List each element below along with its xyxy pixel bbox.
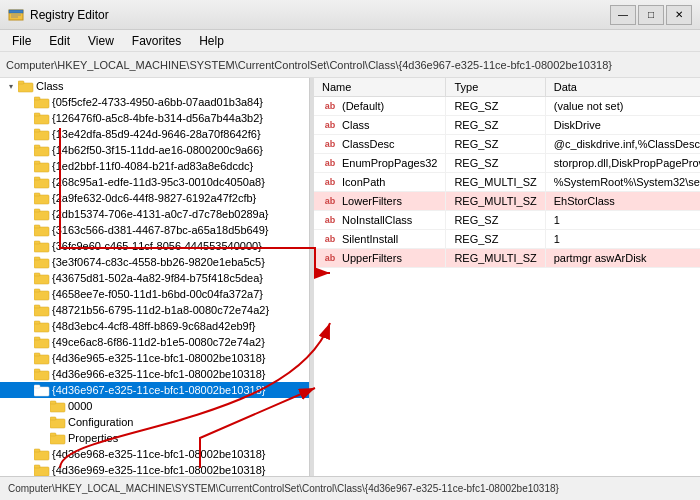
tree-item-label: {4d36e965-e325-11ce-bfc1-08002be10318} xyxy=(52,352,265,364)
svg-rect-15 xyxy=(34,161,40,164)
svg-rect-37 xyxy=(34,337,40,340)
svg-rect-11 xyxy=(34,129,40,132)
reg-type-cell: REG_SZ xyxy=(446,116,545,135)
svg-rect-38 xyxy=(34,355,49,364)
minimize-button[interactable]: — xyxy=(610,5,636,25)
table-row[interactable]: abNoInstallClassREG_SZ1 xyxy=(314,211,700,230)
folder-icon xyxy=(18,79,34,93)
tree-item[interactable]: {48721b56-6795-11d2-b1a8-0080c72e74a2} xyxy=(0,302,309,318)
tree-arrow xyxy=(20,271,34,285)
tree-item[interactable]: {49ce6ac8-6f86-11d2-b1e5-0080c72e74a2} xyxy=(0,334,309,350)
svg-rect-35 xyxy=(34,321,40,324)
tree-item[interactable]: {43675d81-502a-4a82-9f84-b75f418c5dea} xyxy=(0,270,309,286)
tree-arrow xyxy=(20,175,34,189)
table-row[interactable]: abSilentInstallREG_SZ1 xyxy=(314,230,700,249)
tree-item[interactable]: {4d36e967-e325-11ce-bfc1-08002be10318} xyxy=(0,382,309,398)
tree-item[interactable]: {4d36e968-e325-11ce-bfc1-08002be10318} xyxy=(0,446,309,462)
folder-icon xyxy=(34,303,50,317)
svg-rect-4 xyxy=(18,83,33,92)
tree-item-label: {2a9fe632-0dc6-44f8-9827-6192a47f2cfb} xyxy=(52,192,256,204)
menu-item-help[interactable]: Help xyxy=(191,32,232,50)
reg-data-cell: (value not set) xyxy=(545,97,700,116)
tree-item-label: Configuration xyxy=(68,416,133,428)
tree-arrow xyxy=(20,111,34,125)
right-panel[interactable]: Name Type Data ab(Default)REG_SZ(value n… xyxy=(314,78,700,476)
reg-type-icon: ab xyxy=(322,137,338,151)
svg-rect-5 xyxy=(18,81,24,84)
svg-rect-25 xyxy=(34,241,40,244)
tree-item-label: {2db15374-706e-4131-a0c7-d7c78eb0289a} xyxy=(52,208,269,220)
tree-item[interactable]: {3e3f0674-c83c-4558-bb26-9820e1eba5c5} xyxy=(0,254,309,270)
svg-rect-23 xyxy=(34,225,40,228)
tree-item[interactable]: {1ed2bbf-11f0-4084-b21f-ad83a8e6dcdc} xyxy=(0,158,309,174)
tree-item[interactable]: {2a9fe632-0dc6-44f8-9827-6192a47f2cfb} xyxy=(0,190,309,206)
tree-arrow xyxy=(20,335,34,349)
col-name: Name xyxy=(314,78,446,97)
tree-item[interactable]: {4d36e966-e325-11ce-bfc1-08002be10318} xyxy=(0,366,309,382)
tree-item[interactable]: {14b62f50-3f15-11dd-ae16-0800200c9a66} xyxy=(0,142,309,158)
menu-item-file[interactable]: File xyxy=(4,32,39,50)
reg-type-cell: REG_SZ xyxy=(446,97,545,116)
table-row[interactable]: abUpperFiltersREG_MULTI_SZpartmgr aswArD… xyxy=(314,249,700,268)
tree-item[interactable]: 0000 xyxy=(0,398,309,414)
svg-rect-33 xyxy=(34,305,40,308)
table-row[interactable]: abLowerFiltersREG_MULTI_SZEhStorClass xyxy=(314,192,700,211)
table-row[interactable]: ab(Default)REG_SZ(value not set) xyxy=(314,97,700,116)
tree-arrow xyxy=(20,95,34,109)
svg-rect-6 xyxy=(34,99,49,108)
tree-item-label: Properties xyxy=(68,432,118,444)
close-button[interactable]: ✕ xyxy=(666,5,692,25)
tree-item[interactable]: {36fc9e60-c465-11cf-8056-444553540000} xyxy=(0,238,309,254)
svg-rect-49 xyxy=(50,433,56,436)
tree-arrow xyxy=(36,431,50,445)
tree-arrow xyxy=(20,447,34,461)
reg-type-icon: ab xyxy=(322,118,338,132)
tree-panel[interactable]: Class {05f5cfe2-4733-4950-a6bb-07aad01b3… xyxy=(0,78,310,476)
tree-item[interactable]: {3163c566-d381-4467-87bc-a65a18d5b649} xyxy=(0,222,309,238)
menu-item-edit[interactable]: Edit xyxy=(41,32,78,50)
tree-item[interactable]: {268c95a1-edfe-11d3-95c3-0010dc4050a8} xyxy=(0,174,309,190)
tree-item-label: {4d36e966-e325-11ce-bfc1-08002be10318} xyxy=(52,368,265,380)
registry-table: Name Type Data ab(Default)REG_SZ(value n… xyxy=(314,78,700,268)
tree-item-label: {126476f0-a5c8-4bfe-b314-d56a7b44a3b2} xyxy=(52,112,263,124)
svg-rect-53 xyxy=(34,465,40,468)
svg-rect-34 xyxy=(34,323,49,332)
tree-item-label: {4658ee7e-f050-11d1-b6bd-00c04fa372a7} xyxy=(52,288,263,300)
table-row[interactable]: abClassREG_SZDiskDrive xyxy=(314,116,700,135)
folder-icon xyxy=(34,463,50,476)
table-row[interactable]: abClassDescREG_SZ@c_diskdrive.inf,%Class… xyxy=(314,135,700,154)
svg-rect-52 xyxy=(34,467,49,476)
tree-root-class[interactable]: Class xyxy=(0,78,309,94)
tree-item[interactable]: {05f5cfe2-4733-4950-a6bb-07aad01b3a84} xyxy=(0,94,309,110)
tree-item-label: {43675d81-502a-4a82-9f84-b75f418c5dea} xyxy=(52,272,263,284)
tree-arrow xyxy=(20,239,34,253)
svg-rect-27 xyxy=(34,257,40,260)
tree-item[interactable]: {2db15374-706e-4131-a0c7-d7c78eb0289a} xyxy=(0,206,309,222)
tree-item[interactable]: {48d3ebc4-4cf8-48ff-b869-9c68ad42eb9f} xyxy=(0,318,309,334)
reg-type-cell: REG_MULTI_SZ xyxy=(446,173,545,192)
folder-icon xyxy=(34,223,50,237)
main-content: Class {05f5cfe2-4733-4950-a6bb-07aad01b3… xyxy=(0,78,700,476)
tree-arrow xyxy=(20,223,34,237)
tree-item-label: {3e3f0674-c83c-4558-bb26-9820e1eba5c5} xyxy=(52,256,265,268)
tree-item[interactable]: Properties xyxy=(0,430,309,446)
reg-data-cell: @c_diskdrive.inf,%ClassDesc%; xyxy=(545,135,700,154)
tree-item[interactable]: {126476f0-a5c8-4bfe-b314-d56a7b44a3b2} xyxy=(0,110,309,126)
tree-item[interactable]: {4d36e965-e325-11ce-bfc1-08002be10318} xyxy=(0,350,309,366)
table-row[interactable]: abIconPathREG_MULTI_SZ%SystemRoot%\Syste… xyxy=(314,173,700,192)
tree-item[interactable]: Configuration xyxy=(0,414,309,430)
window-controls[interactable]: — □ ✕ xyxy=(610,5,692,25)
table-row[interactable]: abEnumPropPages32REG_SZstorprop.dll,Disk… xyxy=(314,154,700,173)
folder-icon xyxy=(50,431,66,445)
menu-item-view[interactable]: View xyxy=(80,32,122,50)
svg-rect-48 xyxy=(50,435,65,444)
menu-item-favorites[interactable]: Favorites xyxy=(124,32,189,50)
folder-icon xyxy=(34,287,50,301)
tree-item[interactable]: {13e42dfa-85d9-424d-9646-28a70f8642f6} xyxy=(0,126,309,142)
tree-item[interactable]: {4658ee7e-f050-11d1-b6bd-00c04fa372a7} xyxy=(0,286,309,302)
tree-arrow xyxy=(20,207,34,221)
address-label: Computer\HKEY_LOCAL_MACHINE\SYSTEM\Curre… xyxy=(6,59,612,71)
maximize-button[interactable]: □ xyxy=(638,5,664,25)
tree-item[interactable]: {4d36e969-e325-11ce-bfc1-08002be10318} xyxy=(0,462,309,476)
reg-name-cell: abSilentInstall xyxy=(314,230,446,249)
